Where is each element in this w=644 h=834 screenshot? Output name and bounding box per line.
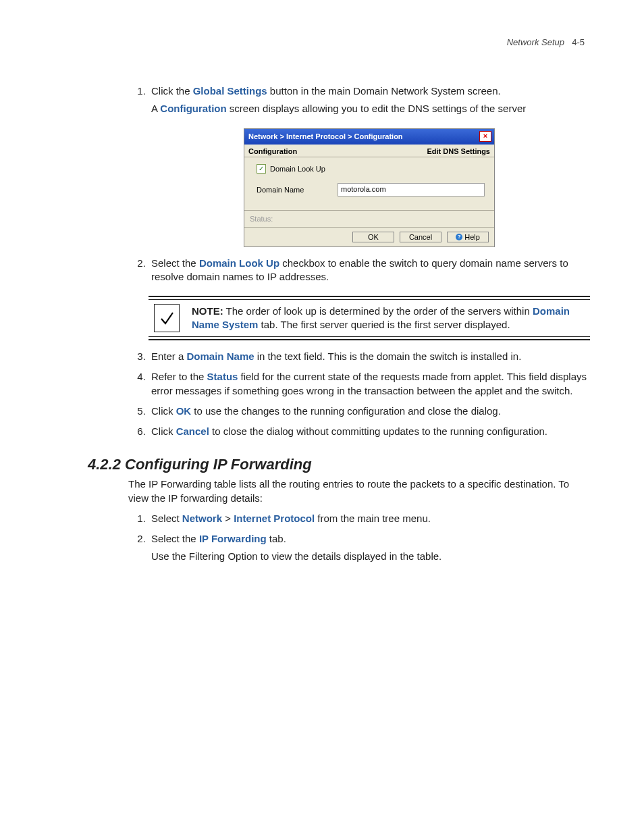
network-term: Network: [182, 513, 222, 524]
steps-list-2: Select Network > Internet Protocol from …: [74, 512, 590, 564]
domain-name-input[interactable]: motorola.com: [338, 183, 485, 197]
dialog-sub-left: Configuration: [248, 147, 297, 155]
domain-lookup-checkbox[interactable]: ✓: [257, 164, 266, 174]
help-button[interactable]: ?Help: [447, 232, 489, 242]
section-heading: 4.2.2 Configuring IP Forwarding: [74, 456, 590, 473]
step-1-indent: A Configuration screen displays allowing…: [151, 102, 590, 115]
step-6: Click Cancel to close the dialog without…: [149, 425, 590, 438]
steps-list-1b: Select the Domain Look Up checkbox to en…: [74, 257, 590, 284]
note-box: NOTE: The order of look up is determined…: [149, 296, 590, 340]
header-title: Network Setup: [507, 37, 564, 47]
close-icon[interactable]: ×: [479, 131, 491, 142]
step-4: Refer to the Status field for the curren…: [149, 370, 590, 398]
internet-protocol-term: Internet Protocol: [234, 513, 315, 524]
configuration-term: Configuration: [160, 103, 226, 114]
section-intro: The IP Forwarding table lists all the ro…: [74, 477, 590, 505]
step-5: Click OK to use the changes to the runni…: [149, 405, 590, 418]
help-icon: ?: [456, 234, 462, 240]
global-settings-term: Global Settings: [193, 85, 267, 97]
step-3: Enter a Domain Name in the text field. T…: [149, 350, 590, 363]
ip-forwarding-term: IP Forwarding: [199, 533, 267, 544]
domain-name-term: Domain Name: [187, 350, 254, 362]
cancel-term: Cancel: [176, 425, 209, 437]
step-2: Select the Domain Look Up checkbox to en…: [149, 257, 590, 284]
steps-list-1c: Enter a Domain Name in the text field. T…: [74, 350, 590, 438]
domain-lookup-term: Domain Look Up: [199, 257, 279, 269]
configuration-dialog: Network > Internet Protocol > Configurat…: [244, 128, 495, 247]
note-label: NOTE:: [192, 305, 223, 317]
dialog-breadcrumb: Network > Internet Protocol > Configurat…: [248, 132, 403, 140]
domain-lookup-row: ✓ Domain Look Up: [257, 164, 485, 174]
dialog-sub-right: Edit DNS Settings: [427, 147, 490, 155]
domain-lookup-label: Domain Look Up: [270, 165, 351, 173]
status-term: Status: [207, 371, 238, 382]
sec-step-2-indent: Use the Filtering Option to view the det…: [151, 550, 590, 563]
dialog-status: Status:: [244, 210, 494, 227]
cancel-button[interactable]: Cancel: [400, 232, 441, 242]
domain-name-row: Domain Name motorola.com: [257, 183, 485, 197]
domain-name-label: Domain Name: [257, 186, 338, 194]
note-text: NOTE: The order of look up is determined…: [192, 305, 587, 332]
header-page: 4-5: [567, 37, 585, 47]
step-1: Click the Global Settings button in the …: [149, 84, 590, 116]
checkmark-icon: [154, 304, 180, 332]
sec-step-1: Select Network > Internet Protocol from …: [149, 512, 590, 525]
sec-step-2: Select the IP Forwarding tab. Use the Fi…: [149, 532, 590, 564]
dialog-titlebar: Network > Internet Protocol > Configurat…: [244, 129, 494, 145]
ok-term: OK: [176, 405, 192, 417]
page-header: Network Setup 4-5: [74, 37, 590, 47]
dialog-subheader: Configuration Edit DNS Settings: [244, 145, 494, 157]
dialog-buttons: OK Cancel ?Help: [244, 227, 494, 246]
ok-button[interactable]: OK: [352, 232, 394, 242]
steps-list-1: Click the Global Settings button in the …: [74, 84, 590, 116]
